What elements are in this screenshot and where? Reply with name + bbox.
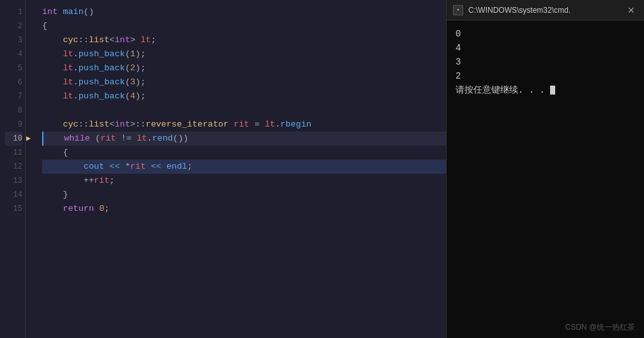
- cmd-watermark: CSDN @统一热红茶: [565, 322, 635, 333]
- line-num-9: 9: [5, 118, 22, 132]
- line-num-5: 5: [5, 61, 22, 75]
- cmd-output-line-2: 4: [456, 41, 635, 55]
- line-num-6: 6: [5, 75, 22, 89]
- line-num-1: 1: [5, 5, 22, 19]
- line-num-13: 13: [5, 174, 22, 188]
- cmd-output-line-3: 3: [456, 55, 635, 69]
- line-num-12: 12: [5, 160, 22, 174]
- line-num-7: 7: [5, 89, 22, 104]
- line-num-4: 4: [5, 47, 22, 61]
- cmd-title-text: C:\WINDOWS\system32\cmd.: [468, 6, 625, 15]
- debug-arrow: ▶: [26, 132, 31, 146]
- line-num-10: 10: [5, 132, 22, 146]
- cmd-window: ▪ C:\WINDOWS\system32\cmd. ✕ 0 4 3 2 请按任…: [446, 0, 644, 338]
- cmd-output-line-4: 2: [456, 69, 635, 83]
- cmd-icon: ▪: [453, 5, 463, 15]
- cmd-prompt-text: 请按任意键继续. . .: [456, 85, 550, 95]
- line-num-3: 3: [5, 33, 22, 47]
- breakpoint-gutter: ▶: [26, 0, 34, 338]
- line-num-14: 14: [5, 188, 22, 202]
- cmd-footer: CSDN @统一热红茶: [447, 317, 644, 338]
- cmd-cursor: [550, 86, 555, 95]
- line-numbers: 1 2 3 4 5 6 7 8 9 10 11 12 13 14 15: [0, 0, 26, 338]
- cmd-titlebar: ▪ C:\WINDOWS\system32\cmd. ✕: [447, 0, 644, 20]
- cmd-close-button[interactable]: ✕: [625, 5, 638, 15]
- line-num-11: 11: [5, 146, 22, 160]
- cmd-prompt-line: 请按任意键继续. . .: [456, 83, 635, 97]
- line-num-8: 8: [5, 104, 22, 118]
- cmd-icon-symbol: ▪: [456, 7, 459, 13]
- line-num-15: 15: [5, 202, 22, 216]
- line-num-2: 2: [5, 19, 22, 33]
- cmd-output-line-1: 0: [456, 27, 635, 41]
- cmd-output: 0 4 3 2 请按任意键继续. . .: [447, 20, 644, 317]
